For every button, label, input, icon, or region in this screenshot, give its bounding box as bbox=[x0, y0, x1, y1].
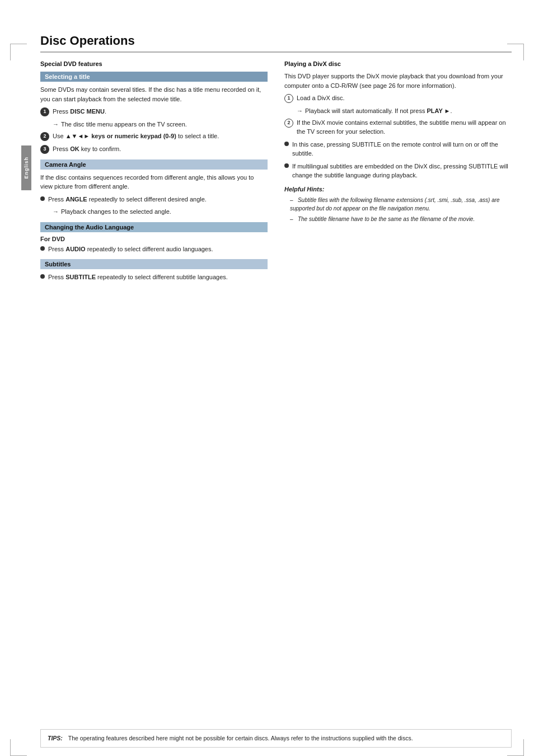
angle-arrow: → Playback changes to the selected angle… bbox=[53, 207, 268, 217]
step-2-num: 2 bbox=[40, 132, 49, 141]
audio-bullet-dot bbox=[40, 246, 45, 251]
arrow-sym-r1: → bbox=[297, 106, 303, 116]
language-tab-label: English bbox=[24, 157, 29, 179]
step-1: 1 Press DISC MENU. bbox=[40, 107, 268, 116]
right-step-2: 2 If the DivX movie contains external su… bbox=[284, 118, 512, 137]
right-bullet-2-text: If multilingual subtitles are embedded o… bbox=[292, 162, 512, 180]
selecting-title-bar: Selecting a title bbox=[40, 72, 268, 82]
angle-bullet-dot bbox=[40, 196, 45, 201]
helpful-hints: Helpful Hints: – Subtitle files with the… bbox=[284, 185, 512, 224]
subtitle-bold: SUBTITLE bbox=[65, 274, 96, 280]
hint-2: – The subtitle filename have to be the s… bbox=[284, 215, 512, 223]
audio-language-bar: Changing the Audio Language bbox=[40, 222, 268, 232]
audio-bullet: Press AUDIO repeatedly to select differe… bbox=[40, 245, 268, 254]
right-step-1-text: Load a DivX disc. bbox=[297, 93, 345, 103]
right-section-heading: Playing a DivX disc bbox=[284, 60, 512, 67]
for-dvd-label: For DVD bbox=[40, 236, 268, 242]
right-bullet-2-dot bbox=[284, 163, 289, 168]
step-1-text: Press DISC MENU. bbox=[53, 107, 106, 116]
subtitles-bar: Subtitles bbox=[40, 259, 268, 269]
helpful-hints-label: Helpful Hints: bbox=[284, 185, 512, 194]
right-intro: This DVD player supports the DivX movie … bbox=[284, 72, 512, 90]
step-2-text: Use ▲▼◄► keys or numeric keypad (0-9) to… bbox=[53, 132, 219, 141]
right-step-1-arrow-text: Playback will start automatically. If no… bbox=[305, 106, 452, 116]
right-step-2-text: If the DivX movie contains external subt… bbox=[297, 118, 512, 137]
page-title: Disc Operations bbox=[40, 34, 512, 53]
step-3-text: Press OK key to confirm. bbox=[53, 144, 121, 154]
subtitle-bullet: Press SUBTITLE repeatedly to select diff… bbox=[40, 273, 268, 282]
ok-bold: OK bbox=[70, 145, 79, 152]
corner-bl bbox=[10, 739, 27, 756]
step-3: 3 Press OK key to confirm. bbox=[40, 144, 268, 154]
angle-bold: ANGLE bbox=[65, 196, 87, 203]
keys-bold: ▲▼◄► keys or numeric keypad (0-9) bbox=[65, 133, 176, 139]
tips-box: TIPS: The operating features described h… bbox=[40, 729, 512, 748]
left-column: Special DVD features Selecting a title S… bbox=[40, 60, 268, 285]
right-bullet-1-text: In this case, pressing SUBTITLE on the r… bbox=[292, 140, 512, 158]
left-section-heading: Special DVD features bbox=[40, 60, 268, 67]
audio-bullet-text: Press AUDIO repeatedly to select differe… bbox=[48, 245, 213, 254]
right-step-1-arrow: → Playback will start automatically. If … bbox=[297, 106, 512, 116]
tips-text: The operating features described here mi… bbox=[68, 734, 413, 743]
angle-bullet-text: Press ANGLE repeatedly to select differe… bbox=[48, 195, 207, 204]
right-step-1: 1 Load a DivX disc. bbox=[284, 93, 512, 103]
arrow-sym-1: → bbox=[53, 120, 59, 129]
step-2: 2 Use ▲▼◄► keys or numeric keypad (0-9) … bbox=[40, 132, 268, 141]
language-tab: English bbox=[21, 145, 31, 190]
right-column: Playing a DivX disc This DVD player supp… bbox=[284, 60, 512, 285]
angle-bullet: Press ANGLE repeatedly to select differe… bbox=[40, 195, 268, 204]
angle-arrow-text: Playback changes to the selected angle. bbox=[61, 207, 171, 217]
arrow-sym-2: → bbox=[53, 207, 59, 217]
audio-bold: AUDIO bbox=[65, 246, 85, 252]
right-bullet-1: In this case, pressing SUBTITLE on the r… bbox=[284, 140, 512, 158]
page-wrapper: English Disc Operations Special DVD feat… bbox=[0, 34, 534, 756]
step-1-num: 1 bbox=[40, 107, 49, 116]
tips-label: TIPS: bbox=[48, 734, 63, 743]
disc-menu-bold: DISC MENU bbox=[70, 108, 105, 115]
two-column-layout: Special DVD features Selecting a title S… bbox=[40, 60, 512, 285]
play-bold: PLAY ► bbox=[427, 107, 450, 114]
camera-angle-body: If the disc contains sequences recorded … bbox=[40, 173, 268, 191]
main-content: Disc Operations Special DVD features Sel… bbox=[40, 34, 512, 285]
right-bullet-2: If multilingual subtitles are embedded o… bbox=[284, 162, 512, 180]
hint-1: – Subtitle files with the following file… bbox=[284, 196, 512, 213]
right-bullet-1-dot bbox=[284, 142, 289, 146]
selecting-title-body: Some DVDs may contain several titles. If… bbox=[40, 85, 268, 104]
step-1-arrow-text: The disc title menu appears on the TV sc… bbox=[61, 120, 187, 129]
corner-tl bbox=[10, 44, 27, 60]
corner-tr bbox=[507, 44, 524, 60]
right-step-2-num: 2 bbox=[284, 119, 293, 128]
camera-angle-bar: Camera Angle bbox=[40, 159, 268, 170]
subtitle-bullet-text: Press SUBTITLE repeatedly to select diff… bbox=[48, 273, 228, 282]
step-1-arrow: → The disc title menu appears on the TV … bbox=[53, 120, 268, 129]
step-3-num: 3 bbox=[40, 145, 49, 154]
subtitle-bullet-dot bbox=[40, 274, 45, 279]
right-step-1-num: 1 bbox=[284, 94, 293, 103]
